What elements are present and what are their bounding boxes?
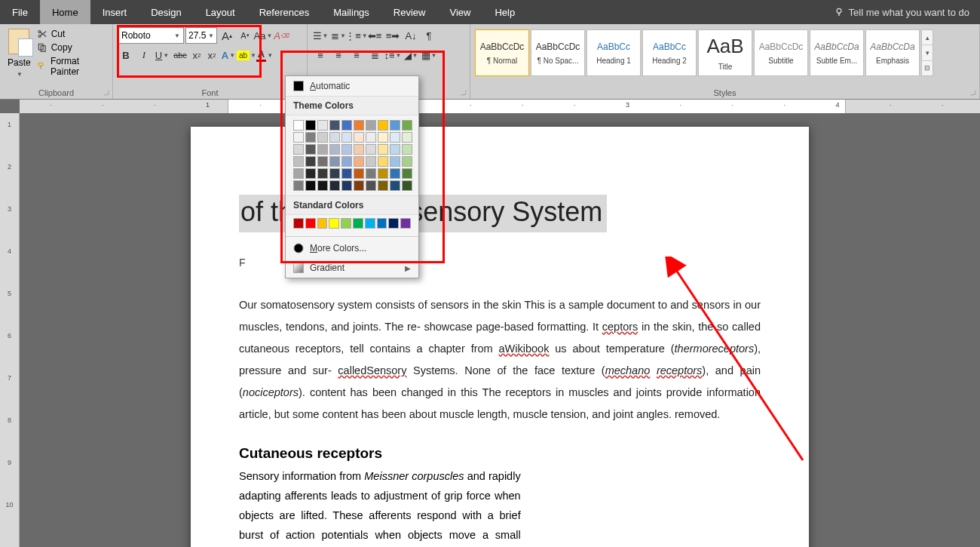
- theme-shade-swatch[interactable]: [329, 132, 340, 143]
- theme-shade-swatch[interactable]: [402, 156, 412, 167]
- more-colors[interactable]: More Colors...: [286, 238, 418, 258]
- font-size-combo[interactable]: 27.5▼: [185, 27, 217, 44]
- theme-shade-swatch[interactable]: [390, 180, 400, 191]
- align-center-button[interactable]: ≡: [330, 47, 347, 63]
- theme-shade-swatch[interactable]: [378, 132, 388, 143]
- theme-shade-swatch[interactable]: [341, 180, 352, 191]
- theme-shade-swatch[interactable]: [366, 156, 376, 167]
- format-painter-button[interactable]: Format Painter: [37, 56, 108, 77]
- theme-shade-swatch[interactable]: [317, 144, 328, 155]
- theme-shade-swatch[interactable]: [341, 144, 352, 155]
- theme-shade-swatch[interactable]: [329, 156, 340, 167]
- standard-color-swatch[interactable]: [388, 218, 399, 229]
- standard-color-swatch[interactable]: [317, 218, 328, 229]
- document-scroll[interactable]: of the Somatosensory System F Our somato…: [20, 113, 980, 547]
- underline-button[interactable]: U▼: [154, 47, 170, 63]
- theme-shade-swatch[interactable]: [317, 132, 328, 143]
- borders-button[interactable]: ▦▼: [421, 47, 437, 63]
- clear-formatting-button[interactable]: A⌫: [273, 27, 289, 44]
- paste-button[interactable]: Paste ▼: [5, 27, 34, 79]
- tell-me-search[interactable]: Tell me what you want to do: [823, 0, 980, 24]
- theme-color-swatch[interactable]: [305, 120, 316, 131]
- style-heading-2[interactable]: AaBbCcHeading 2: [642, 29, 697, 76]
- theme-shade-swatch[interactable]: [305, 132, 316, 143]
- theme-shade-swatch[interactable]: [402, 168, 412, 179]
- standard-color-swatch[interactable]: [365, 218, 375, 229]
- theme-shade-swatch[interactable]: [317, 156, 328, 167]
- theme-color-swatch[interactable]: [293, 120, 304, 131]
- theme-shade-swatch[interactable]: [354, 168, 364, 179]
- chevron-down-icon[interactable]: ▼: [208, 32, 214, 39]
- theme-shade-swatch[interactable]: [354, 156, 364, 167]
- theme-shade-swatch[interactable]: [293, 132, 304, 143]
- theme-shade-swatch[interactable]: [390, 168, 400, 179]
- text-effects-button[interactable]: A▼: [220, 47, 237, 63]
- theme-shade-swatch[interactable]: [390, 132, 400, 143]
- superscript-button[interactable]: x2: [205, 47, 219, 63]
- ruler-vertical[interactable]: 12345678910: [0, 113, 20, 547]
- style-emphasis[interactable]: AaBbCcDaEmphasis: [865, 29, 920, 76]
- theme-shade-swatch[interactable]: [341, 168, 352, 179]
- chevron-down-icon[interactable]: ▼: [174, 32, 180, 39]
- standard-color-swatch[interactable]: [377, 218, 387, 229]
- styles-dialog-launcher[interactable]: [971, 91, 976, 96]
- bullets-button[interactable]: ☰▼: [312, 27, 329, 44]
- strike-button[interactable]: abc: [172, 47, 188, 63]
- color-automatic[interactable]: Automatic: [286, 76, 418, 96]
- theme-shade-swatch[interactable]: [366, 132, 376, 143]
- theme-shade-swatch[interactable]: [366, 168, 376, 179]
- heading-cutaneous[interactable]: Cutaneous receptors: [239, 445, 761, 462]
- theme-shade-swatch[interactable]: [402, 180, 412, 191]
- style-subtitle[interactable]: AaBbCcDcSubtitle: [754, 29, 808, 76]
- gradient-submenu[interactable]: Gradient ▶: [286, 258, 418, 278]
- theme-shade-swatch[interactable]: [305, 168, 316, 179]
- theme-shade-swatch[interactable]: [293, 156, 304, 167]
- theme-shade-swatch[interactable]: [354, 132, 364, 143]
- clipboard-dialog-launcher[interactable]: [104, 91, 109, 96]
- theme-shade-swatch[interactable]: [378, 168, 388, 179]
- theme-color-swatch[interactable]: [354, 120, 364, 131]
- style-subtle-emphasis[interactable]: AaBbCcDaSubtle Em...: [810, 29, 864, 76]
- theme-shade-swatch[interactable]: [366, 180, 376, 191]
- sort-button[interactable]: A↓: [403, 27, 419, 44]
- page-1[interactable]: of the Somatosensory System F Our somato…: [191, 127, 809, 547]
- standard-color-swatch[interactable]: [353, 218, 363, 229]
- menu-references[interactable]: References: [247, 0, 321, 24]
- theme-shade-swatch[interactable]: [341, 132, 352, 143]
- theme-shade-swatch[interactable]: [293, 180, 304, 191]
- theme-shade-swatch[interactable]: [305, 144, 316, 155]
- style-heading-1[interactable]: AaBbCcHeading 1: [586, 29, 641, 76]
- theme-color-swatch[interactable]: [329, 120, 340, 131]
- body-paragraph-2[interactable]: Sensory information from Meissner corpus…: [239, 466, 521, 547]
- align-right-button[interactable]: ≡: [348, 47, 365, 63]
- theme-shade-swatch[interactable]: [317, 180, 328, 191]
- theme-shade-swatch[interactable]: [305, 180, 316, 191]
- menu-design[interactable]: Design: [139, 0, 193, 24]
- bold-button[interactable]: B: [118, 47, 134, 63]
- theme-shade-swatch[interactable]: [354, 144, 364, 155]
- ruler-horizontal[interactable]: · · · 1 · · · 2 · · · 3 · · · 4 · · · 5 …: [20, 100, 980, 113]
- cut-button[interactable]: Cut: [37, 29, 108, 39]
- theme-color-swatch[interactable]: [317, 120, 328, 131]
- theme-shade-swatch[interactable]: [305, 156, 316, 167]
- theme-shade-swatch[interactable]: [329, 144, 340, 155]
- decrease-indent-button[interactable]: ⬅≡: [366, 27, 383, 44]
- theme-shade-swatch[interactable]: [293, 168, 304, 179]
- standard-color-swatch[interactable]: [329, 218, 339, 229]
- theme-color-swatch[interactable]: [402, 120, 412, 131]
- style-normal[interactable]: AaBbCcDc¶ Normal: [475, 29, 529, 76]
- change-case-button[interactable]: Aa▼: [255, 27, 271, 44]
- menu-mailings[interactable]: Mailings: [321, 0, 381, 24]
- style-no-spacing[interactable]: AaBbCcDc¶ No Spac...: [531, 29, 585, 76]
- font-name-combo[interactable]: Roboto▼: [118, 27, 184, 44]
- paragraph-dialog-launcher[interactable]: [461, 91, 467, 96]
- font-color-button[interactable]: A▼: [256, 47, 273, 63]
- theme-shade-swatch[interactable]: [378, 156, 388, 167]
- theme-shade-swatch[interactable]: [402, 132, 412, 143]
- copy-button[interactable]: Copy: [37, 42, 108, 53]
- body-paragraph-1[interactable]: Our somatosensory system consists of sen…: [239, 294, 761, 426]
- menu-home[interactable]: Home: [40, 0, 90, 24]
- menu-view[interactable]: View: [437, 0, 482, 24]
- menu-help[interactable]: Help: [482, 0, 527, 24]
- theme-color-swatch[interactable]: [378, 120, 388, 131]
